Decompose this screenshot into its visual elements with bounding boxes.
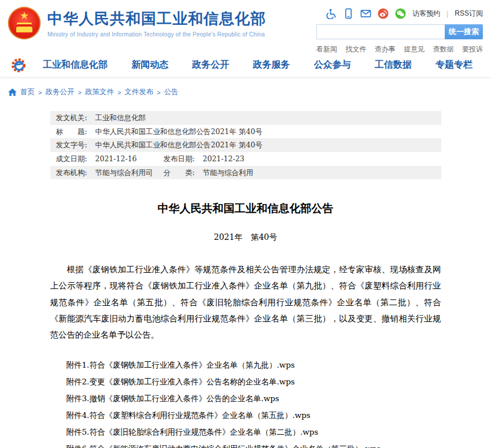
header-right: 访客预约 | RSS订阅 统一搜索 看新闻 找文件 查办事 提意见 查数据 要投… <box>316 7 483 54</box>
wechat-icon[interactable] <box>395 8 406 19</box>
nav-item-miit[interactable]: 工业和信息化部 <box>43 59 108 71</box>
nav-items: 工业和信息化部 新闻动态 政务公开 政务服务 公众参与 工信数据 专题专栏 <box>43 59 481 71</box>
brand-text: 中华人民共和国工业和信息化部 Ministry of Industry and … <box>47 9 266 38</box>
quick-link-feedback[interactable]: 提意见 <box>404 45 424 54</box>
quick-link-news[interactable]: 看新闻 <box>316 45 337 54</box>
link-separator: | <box>446 10 448 18</box>
breadcrumb-separator: > <box>38 89 42 96</box>
site-header: 中华人民共和国工业和信息化部 Ministry of Industry and … <box>0 0 491 53</box>
miit-gear-logo-icon[interactable] <box>10 57 28 74</box>
meta-row-publisher-category: 发布机构: 节能与综合利用司 分 类: 节能与综合利用 <box>50 166 441 180</box>
announcement-body-paragraph: 根据《废钢铁加工行业准入条件》等规范条件及相关公告管理办法规定，经专家审核、现场… <box>50 261 441 343</box>
meta-label: 发文字号: <box>56 140 95 150</box>
meta-row-dates: 成文日期: 2021-12-16 发布日期: 2021-12-23 <box>50 152 441 166</box>
meta-value: 中华人民共和国工业和信息化部公告2021年 第40号 <box>95 127 435 136</box>
mobile-icon[interactable] <box>343 8 354 19</box>
quick-link-data[interactable]: 查数据 <box>433 45 454 54</box>
attachment-link-3[interactable]: 附件3.撤销《废钢铁加工行业准入条件》公告的企业名单.wps <box>67 390 441 407</box>
mail-icon[interactable] <box>360 8 371 19</box>
breadcrumb-current-announcement[interactable]: 公告 <box>164 87 179 97</box>
breadcrumb-separator: > <box>77 89 81 96</box>
meta-label: 发布日期: <box>164 154 203 164</box>
announcement-title: 中华人民共和国工业和信息化部公告 <box>50 201 441 216</box>
quick-links: 看新闻 找文件 查办事 提意见 查数据 要投诉 <box>316 45 483 54</box>
meta-row-issuing-agency: 发文机关: 工业和信息化部 <box>50 111 441 125</box>
breadcrumb-home[interactable]: 首页 <box>20 87 35 97</box>
meta-value: 节能与综合利用 <box>203 168 435 177</box>
nav-item-news[interactable]: 新闻动态 <box>131 59 168 71</box>
site-logo-link[interactable]: 中华人民共和国工业和信息化部 Ministry of Industry and … <box>8 7 266 39</box>
meta-label: 分 类: <box>164 168 203 177</box>
nav-item-special-topics[interactable]: 专题专栏 <box>435 59 472 71</box>
breadcrumb-policy-documents[interactable]: 政策文件 <box>85 87 114 97</box>
quick-link-complaint[interactable]: 要投诉 <box>462 45 483 54</box>
meta-label: 成文日期: <box>56 154 95 164</box>
meta-value: 2021-12-23 <box>203 154 435 164</box>
attachment-list: 附件1.符合《废钢铁加工行业准入条件》企业名单（第九批）.wps 附件2.变更《… <box>50 357 441 448</box>
attachment-link-2[interactable]: 附件2.变更《废钢铁加工行业准入条件》公告名称的企业名单.wps <box>67 373 441 390</box>
announcement-issue-number: 2021年 第40号 <box>50 232 441 243</box>
nav-item-data[interactable]: 工信数据 <box>375 59 412 71</box>
attachment-link-6[interactable]: 附件6.符合《新能源汽车废旧动力蓄电池综合利用行业规范条件》企业名单（第三批）.… <box>67 440 441 448</box>
home-icon[interactable] <box>8 88 17 96</box>
main-nav: 工业和信息化部 新闻动态 政务公开 政务服务 公众参与 工信数据 专题专栏 <box>0 53 491 77</box>
document-content: 发文机关: 工业和信息化部 标 题: 中华人民共和国工业和信息化部公告2021年… <box>50 111 441 448</box>
nav-item-public-participation[interactable]: 公众参与 <box>314 59 351 71</box>
site-subtitle: Ministry of Industry and Information Tec… <box>47 31 266 38</box>
visitor-appointment-link[interactable]: 访客预约 <box>412 9 440 18</box>
nav-item-gov-disclosure[interactable]: 政务公开 <box>192 59 229 71</box>
nav-item-gov-services[interactable]: 政务服务 <box>253 59 290 71</box>
search-input[interactable] <box>316 24 445 39</box>
site-title: 中华人民共和国工业和信息化部 <box>47 9 266 29</box>
quick-link-services[interactable]: 查办事 <box>375 45 396 54</box>
search-bar: 统一搜索 <box>316 24 483 39</box>
breadcrumb-document-release[interactable]: 文件发布 <box>124 87 153 97</box>
meta-value: 节能与综合利用司 <box>95 168 164 177</box>
breadcrumb-separator: > <box>117 89 121 96</box>
breadcrumb: 首页 > 政务公开 > 政策文件 > 文件发布 > 公告 <box>0 77 491 97</box>
quick-link-documents[interactable]: 找文件 <box>345 45 366 54</box>
meta-value: 中华人民共和国工业和信息化部公告2021年 第40号 <box>95 140 435 150</box>
header-icon-row: 访客预约 | RSS订阅 <box>316 8 483 19</box>
search-button[interactable]: 统一搜索 <box>445 24 483 39</box>
meta-label: 发文机关: <box>56 113 95 123</box>
meta-row-title: 标 题: 中华人民共和国工业和信息化部公告2021年 第40号 <box>50 125 441 139</box>
rss-link[interactable]: RSS订阅 <box>455 9 483 18</box>
breadcrumb-gov-disclosure[interactable]: 政务公开 <box>45 87 74 97</box>
national-emblem-icon <box>8 7 40 39</box>
meta-label: 标 题: <box>56 127 95 136</box>
meta-value: 工业和信息化部 <box>95 113 435 123</box>
attachment-link-5[interactable]: 附件5.符合《废旧轮胎综合利用行业规范条件》企业名单（第二批）.wps <box>67 424 441 440</box>
meta-label: 发布机构: <box>56 168 95 177</box>
attachment-link-1[interactable]: 附件1.符合《废钢铁加工行业准入条件》企业名单（第九批）.wps <box>67 357 441 373</box>
attachment-link-4[interactable]: 附件4.符合《废塑料综合利用行业规范条件》企业名单（第五批）.wps <box>67 407 441 424</box>
accessibility-icon[interactable] <box>326 8 337 19</box>
breadcrumb-separator: > <box>157 89 160 96</box>
meta-row-document-number: 发文字号: 中华人民共和国工业和信息化部公告2021年 第40号 <box>50 138 441 152</box>
meta-value: 2021-12-16 <box>95 154 164 164</box>
weibo-icon[interactable] <box>378 8 389 19</box>
